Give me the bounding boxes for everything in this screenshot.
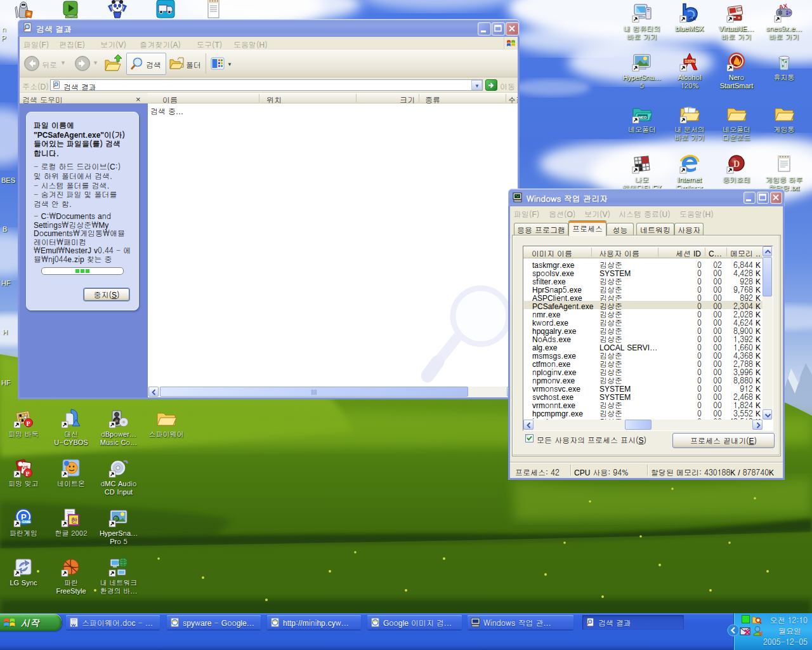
svg-text:한: 한 bbox=[71, 515, 78, 525]
svg-text:GAME: GAME bbox=[22, 521, 31, 524]
svg-text:P: P bbox=[26, 470, 30, 477]
svg-text:P: P bbox=[27, 420, 30, 427]
svg-text:D: D bbox=[733, 159, 740, 169]
svg-text:NEO: NEO bbox=[639, 116, 647, 119]
svg-text:SX: SX bbox=[688, 15, 696, 22]
svg-text:120%: 120% bbox=[685, 59, 696, 63]
